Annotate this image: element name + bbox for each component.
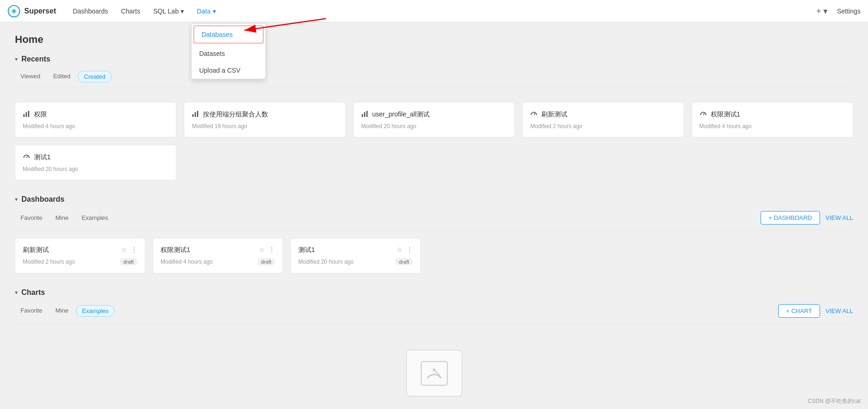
more-icon-1[interactable]: ⋮ <box>131 246 137 253</box>
nav-sqllab[interactable]: SQL Lab ▾ <box>148 4 189 19</box>
charts-chevron-icon: ▾ <box>15 289 18 296</box>
tab-viewed[interactable]: Viewed <box>15 71 46 82</box>
dashboards-section-header[interactable]: ▾ Dashboards <box>15 195 853 204</box>
recents-cards-row1: 权限 Modified 4 hours ago 按使用端分组聚合人数 Modif… <box>15 102 853 137</box>
dash-card-actions-1: ☆ ⋮ <box>121 246 137 253</box>
card-meta-3: Modified 20 hours ago <box>361 123 507 130</box>
card-meta-1: Modified 4 hours ago <box>23 123 168 130</box>
nav-plus-button[interactable]: + ▾ <box>813 4 832 18</box>
draft-badge-2: draft <box>257 258 275 266</box>
tab-dashboards-mine[interactable]: Mine <box>50 212 74 223</box>
dashboard-card-1[interactable]: 刷新测试 ☆ ⋮ Modified 2 hours ago draft <box>15 238 145 273</box>
nav-settings-button[interactable]: Settings <box>837 7 861 15</box>
recents-cards-row2: 测试1 Modified 20 hours ago <box>15 145 853 180</box>
bar-chart-icon-1 <box>23 110 30 119</box>
dropdown-datasets[interactable]: Datasets <box>192 45 265 62</box>
svg-rect-5 <box>23 114 25 117</box>
card-header-6: 测试1 <box>23 153 168 162</box>
svg-rect-6 <box>26 112 27 117</box>
logo-text: Superset <box>24 7 56 15</box>
dash-card-title-2: 权限测试1 <box>161 246 190 254</box>
nav-charts[interactable]: Charts <box>115 4 146 19</box>
card-title-2: 按使用端分组聚合人数 <box>203 110 268 119</box>
add-dashboard-button[interactable]: + DASHBOARD <box>760 211 820 225</box>
star-icon-3[interactable]: ☆ <box>397 246 403 253</box>
page-title: Home <box>15 34 853 46</box>
tab-charts-mine[interactable]: Mine <box>50 305 74 317</box>
tab-dashboards-examples[interactable]: Examples <box>76 212 114 223</box>
more-icon-2[interactable]: ⋮ <box>269 246 275 253</box>
card-title-1: 权限 <box>34 110 47 119</box>
charts-view-all-button[interactable]: VIEW ALL <box>826 307 853 314</box>
svg-rect-9 <box>195 112 196 117</box>
main-content: Home ▾ Recents Viewed Edited Created 权限 … <box>0 22 868 409</box>
card-title-5: 权限测试1 <box>711 110 740 119</box>
tab-dashboards-favorite[interactable]: Favorite <box>15 212 48 223</box>
recents-section: ▾ Recents Viewed Edited Created 权限 Modif… <box>15 55 853 180</box>
dashboards-divider <box>15 230 853 231</box>
charts-actions: + CHART VIEW ALL <box>778 304 853 318</box>
chart-placeholder-box <box>406 350 462 396</box>
svg-rect-17 <box>421 361 447 385</box>
dash-card-meta-3: Modified 20 hours ago draft <box>298 258 413 266</box>
dashboards-chevron-icon: ▾ <box>15 196 18 203</box>
card-meta-5: Modified 4 hours ago <box>700 123 845 130</box>
more-icon-3[interactable]: ⋮ <box>406 246 413 253</box>
svg-line-15 <box>703 113 705 115</box>
dash-card-header-2: 权限测试1 ☆ ⋮ <box>161 246 275 254</box>
data-arrow-icon: ▾ <box>213 7 216 15</box>
dropdown-upload-csv[interactable]: Upload a CSV <box>192 62 265 79</box>
charts-title: Charts <box>21 288 45 297</box>
dash-card-header-3: 测试1 ☆ ⋮ <box>298 246 413 254</box>
tab-charts-examples[interactable]: Examples <box>76 305 114 317</box>
dash-card-actions-2: ☆ ⋮ <box>259 246 275 253</box>
dashboard-card-2[interactable]: 权限测试1 ☆ ⋮ Modified 4 hours ago draft <box>153 238 283 273</box>
nav-data[interactable]: Data ▾ <box>191 4 222 19</box>
gauge-icon-2 <box>700 110 707 119</box>
chart-placeholder-icon <box>420 361 448 386</box>
dashboards-view-all-button[interactable]: VIEW ALL <box>826 214 853 221</box>
draft-badge-1: draft <box>120 258 137 266</box>
recent-card-2[interactable]: 按使用端分组聚合人数 Modified 19 hours ago <box>184 102 345 137</box>
dashboard-cards: 刷新测试 ☆ ⋮ Modified 2 hours ago draft 权限测试… <box>15 238 853 273</box>
tab-created[interactable]: Created <box>78 71 111 82</box>
data-dropdown-menu: Databases Datasets Upload a CSV <box>191 23 266 79</box>
svg-line-14 <box>534 113 535 115</box>
star-icon-1[interactable]: ☆ <box>121 246 127 253</box>
recent-card-5[interactable]: 权限测试1 Modified 4 hours ago <box>692 102 853 137</box>
svg-rect-7 <box>28 111 29 117</box>
recents-divider <box>15 94 853 95</box>
dashboard-card-3[interactable]: 测试1 ☆ ⋮ Modified 20 hours ago draft <box>290 238 421 273</box>
recent-card-1[interactable]: 权限 Modified 4 hours ago <box>15 102 176 137</box>
dash-card-meta-1: Modified 2 hours ago draft <box>23 258 137 266</box>
charts-section-header[interactable]: ▾ Charts <box>15 288 853 297</box>
svg-rect-8 <box>192 114 194 117</box>
card-title-4: 刷新测试 <box>541 110 567 119</box>
card-meta-4: Modified 2 hours ago <box>530 123 676 130</box>
card-meta-2: Modified 19 hours ago <box>192 123 337 130</box>
star-icon-2[interactable]: ☆ <box>259 246 265 253</box>
nav-data-container: Data ▾ Databases Datasets Upload a CSV <box>191 4 222 19</box>
tab-charts-favorite[interactable]: Favorite <box>15 305 48 317</box>
dashboards-title: Dashboards <box>21 195 64 204</box>
recent-card-6[interactable]: 测试1 Modified 20 hours ago <box>15 145 176 180</box>
add-chart-button[interactable]: + CHART <box>778 304 820 318</box>
dropdown-databases[interactable]: Databases <box>194 26 263 43</box>
svg-rect-11 <box>362 114 363 117</box>
dash-card-header-1: 刷新测试 ☆ ⋮ <box>23 246 137 254</box>
nav-right: + ▾ Settings <box>813 4 861 18</box>
logo[interactable]: Superset <box>7 5 56 18</box>
sqllab-arrow-icon: ▾ <box>181 7 184 15</box>
gauge-icon-1 <box>530 110 538 119</box>
nav-dashboards[interactable]: Dashboards <box>67 4 114 19</box>
dash-card-title-3: 测试1 <box>298 246 315 254</box>
recent-card-4[interactable]: 刷新测试 Modified 2 hours ago <box>522 102 684 137</box>
recent-card-3[interactable]: user_profile_all测试 Modified 20 hours ago <box>353 102 515 137</box>
dash-card-actions-3: ☆ ⋮ <box>397 246 413 253</box>
recents-section-header[interactable]: ▾ Recents <box>15 55 853 63</box>
card-header-3: user_profile_all测试 <box>361 110 507 119</box>
tab-edited[interactable]: Edited <box>47 71 76 82</box>
draft-badge-3: draft <box>395 258 413 266</box>
svg-point-18 <box>433 368 436 371</box>
card-title-3: user_profile_all测试 <box>372 110 430 119</box>
